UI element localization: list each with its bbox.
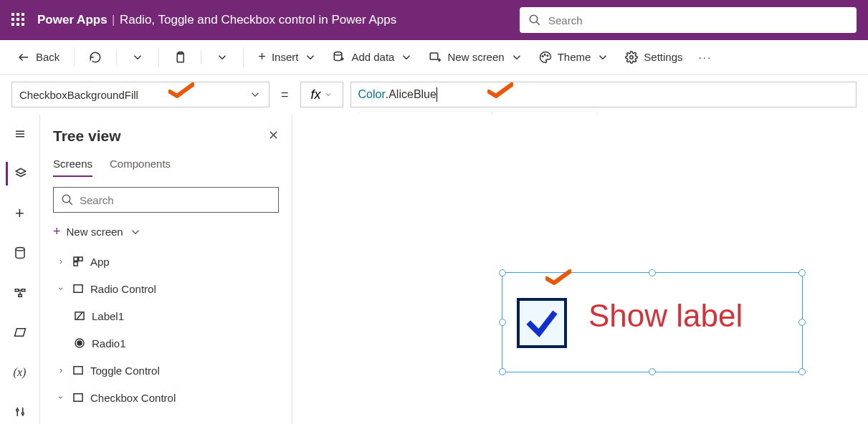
svg-rect-32	[74, 257, 77, 261]
text-cursor	[437, 87, 437, 102]
selection-box[interactable]: Show label	[502, 272, 803, 372]
separator	[201, 50, 201, 64]
add-data-label: Add data	[351, 51, 394, 63]
svg-point-39	[77, 341, 82, 345]
theme-button[interactable]: Theme	[533, 47, 616, 68]
resize-handle[interactable]	[798, 269, 806, 276]
plus-icon: +	[15, 204, 24, 223]
svg-point-0	[530, 15, 538, 23]
undo-dropdown[interactable]	[125, 47, 150, 68]
palette-icon	[539, 51, 552, 64]
formula-input[interactable]: Color.AliceBlue	[350, 82, 857, 107]
checkbox-control[interactable]	[517, 298, 567, 348]
arrow-left-icon	[17, 51, 30, 64]
chevron-down-icon	[400, 51, 413, 64]
insert-button[interactable]: + Insert	[252, 45, 323, 69]
variable-icon: (x)	[14, 366, 27, 379]
tree-item-checkbox-control[interactable]: › Checkbox Control	[53, 384, 279, 411]
add-data-button[interactable]: Add data	[327, 47, 419, 68]
tab-screens[interactable]: Screens	[53, 158, 92, 177]
more-button[interactable]: ···	[693, 47, 718, 67]
flow-icon	[14, 286, 27, 299]
resize-handle[interactable]	[798, 368, 806, 375]
tree-search[interactable]	[53, 187, 279, 213]
tree-item-radio1[interactable]: Radio1	[53, 329, 279, 357]
fx-button[interactable]: fx	[300, 82, 343, 107]
new-screen-button[interactable]: + New screen	[53, 221, 279, 242]
chevron-down-icon	[596, 51, 609, 64]
resize-handle[interactable]	[649, 269, 656, 276]
svg-rect-33	[79, 257, 82, 261]
gear-icon	[625, 51, 638, 64]
paste-dropdown[interactable]	[210, 47, 234, 68]
global-search[interactable]	[520, 7, 857, 33]
rail-advanced[interactable]	[6, 321, 34, 345]
resize-handle[interactable]	[499, 319, 506, 326]
back-button[interactable]: Back	[11, 47, 65, 68]
tree-item-label: Toggle Control	[90, 365, 160, 377]
svg-line-31	[69, 201, 72, 205]
annotation-check-icon	[545, 269, 571, 289]
chevron-down-icon: ›	[56, 284, 66, 294]
tools-icon	[14, 405, 27, 418]
rail-variables[interactable]: (x)	[6, 360, 34, 385]
resize-handle[interactable]	[499, 368, 506, 375]
svg-rect-22	[18, 294, 22, 297]
tree-list: › App › Radio Control Label1 Radio1 › To…	[53, 248, 279, 411]
resize-handle[interactable]	[649, 368, 656, 375]
property-dropdown[interactable]: CheckboxBackgroundFill	[11, 82, 270, 107]
rail-tools[interactable]	[6, 400, 34, 425]
svg-point-27	[16, 410, 18, 412]
design-canvas[interactable]	[292, 115, 868, 424]
database-icon	[14, 246, 27, 259]
svg-rect-21	[22, 289, 25, 292]
formula-bar: CheckboxBackgroundFill = fx Color.AliceB…	[0, 74, 868, 115]
left-rail: + (x)	[0, 115, 40, 424]
screen-plus-icon	[429, 51, 442, 64]
separator	[74, 47, 75, 67]
tree-item-label: Checkbox Control	[90, 392, 176, 404]
new-screen-button[interactable]: New screen	[423, 47, 528, 68]
layers-icon	[14, 167, 27, 180]
checkbox-label: Show label	[588, 298, 743, 334]
search-icon	[528, 14, 541, 26]
rail-insert[interactable]: +	[6, 201, 34, 226]
header-title-group: Power Apps | Radio, Toggle and Checkbox …	[37, 13, 396, 27]
rail-media[interactable]	[6, 281, 34, 305]
rail-data[interactable]	[6, 241, 34, 266]
svg-marker-25	[14, 329, 25, 337]
tree-search-input[interactable]	[80, 194, 271, 206]
tree-title: Tree view	[53, 127, 279, 145]
tree-item-app[interactable]: › App	[53, 248, 279, 275]
settings-button[interactable]: Settings	[619, 47, 688, 68]
chevron-down-icon	[129, 226, 142, 238]
title-divider: |	[112, 13, 115, 26]
svg-rect-20	[15, 289, 19, 292]
equals-label: =	[281, 87, 289, 102]
app-name: Power Apps	[37, 13, 108, 26]
svg-rect-8	[431, 53, 439, 59]
skew-icon	[14, 326, 27, 339]
tree-view-panel: Tree view ✕ Screens Components + New scr…	[40, 115, 292, 424]
tree-item-toggle-control[interactable]: › Toggle Control	[53, 357, 279, 384]
resize-handle[interactable]	[499, 269, 506, 276]
tree-item-label1[interactable]: Label1	[53, 302, 279, 329]
chevron-down-icon	[304, 51, 317, 64]
clipboard-icon	[173, 51, 186, 64]
tree-item-radio-control[interactable]: › Radio Control	[53, 275, 279, 302]
resize-handle[interactable]	[798, 319, 806, 326]
svg-point-12	[544, 54, 545, 55]
chevron-down-icon	[324, 90, 333, 99]
global-search-input[interactable]	[548, 14, 848, 26]
rail-tree-view[interactable]	[6, 162, 34, 186]
tab-components[interactable]: Components	[110, 158, 171, 177]
page-title: Radio, Toggle and Checkbox control in Po…	[120, 13, 396, 26]
waffle-icon[interactable]	[11, 13, 26, 27]
paste-button[interactable]	[168, 47, 192, 68]
close-button[interactable]: ✕	[268, 127, 279, 143]
rail-hamburger[interactable]	[6, 122, 34, 146]
undo-button[interactable]	[83, 47, 108, 68]
fx-icon: fx	[311, 87, 321, 102]
tree-tabs: Screens Components	[53, 158, 279, 177]
chevron-right-icon: ›	[56, 256, 66, 266]
